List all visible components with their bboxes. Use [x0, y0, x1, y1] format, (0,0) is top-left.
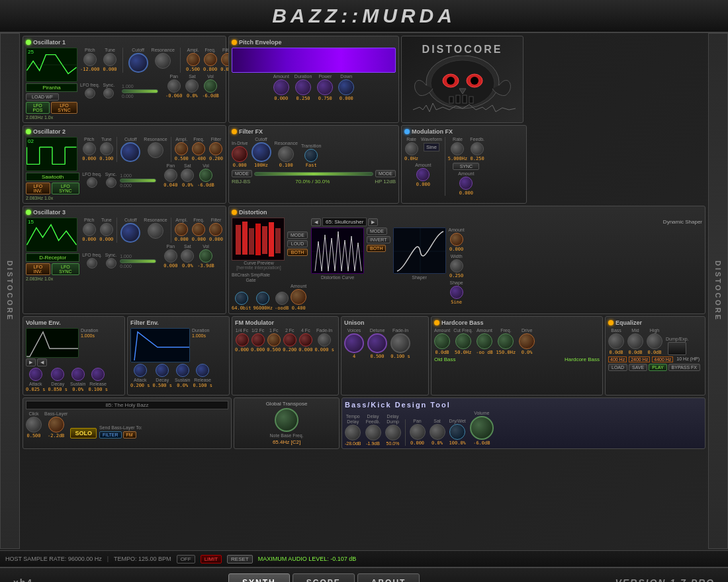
hc-drive-knob[interactable]: [519, 333, 535, 349]
dist-mode2-btn[interactable]: MODE: [367, 228, 387, 235]
dist-prev-btn[interactable]: ◀: [311, 218, 321, 226]
vol-attack-knob[interactable]: [29, 368, 42, 381]
mod-fx-led[interactable]: [404, 129, 410, 134]
osc1-load-wf-btn[interactable]: LOAD WF: [26, 93, 59, 101]
osc2-cutoff-knob[interactable]: [120, 142, 140, 162]
osc2-lfo-sync-btn[interactable]: LFO SYNC: [52, 183, 80, 194]
bk-delayfeedb-knob[interactable]: [365, 425, 381, 440]
mod-rate1-knob[interactable]: [405, 142, 418, 155]
osc3-lfo-sync-btn[interactable]: LFO SYNC: [52, 263, 80, 275]
fm-fc2-knob[interactable]: [283, 333, 296, 347]
bk-delaydump-knob[interactable]: [385, 425, 401, 440]
dist-bitcrash-knob[interactable]: [235, 292, 248, 305]
reset-btn[interactable]: RESET: [227, 555, 253, 563]
dist-gate-knob[interactable]: [275, 292, 289, 305]
osc3-lfo-inv-btn[interactable]: LFO INV.: [26, 263, 50, 275]
dist-smprate-knob[interactable]: [256, 292, 269, 305]
mod-amount1-knob[interactable]: [416, 168, 430, 181]
eq-led[interactable]: [608, 320, 614, 325]
pitch-down-knob[interactable]: [338, 79, 354, 95]
osc2-sync-knob[interactable]: [106, 177, 116, 188]
pitch-power-knob[interactable]: [317, 79, 333, 95]
dist-mode-btn[interactable]: MODE: [287, 231, 308, 239]
hc-freq-knob[interactable]: [498, 333, 514, 349]
dist-invert-btn[interactable]: INVERT: [367, 236, 390, 243]
fm-fc14-knob[interactable]: [236, 333, 249, 347]
limit-btn[interactable]: LIMIT: [201, 555, 222, 563]
vol-decay-knob[interactable]: [51, 368, 64, 381]
osc2-pitch-knob[interactable]: [83, 142, 96, 155]
osc3-ampl-knob[interactable]: [175, 223, 188, 236]
osc2-filter-knob[interactable]: [209, 142, 222, 155]
dist-width-knob[interactable]: [450, 259, 463, 272]
osc3-pan-knob[interactable]: [164, 249, 177, 263]
osc3-vol-knob[interactable]: [199, 249, 212, 263]
osc2-lfo-inv-btn[interactable]: LFO INV.: [26, 183, 50, 194]
osc1-ampl-knob[interactable]: [187, 53, 200, 66]
filter-cutoff-knob[interactable]: [251, 142, 271, 162]
osc2-tune-knob[interactable]: [100, 142, 113, 155]
mod-sync-btn[interactable]: SYNC: [453, 163, 479, 170]
osc2-resonance-knob[interactable]: [148, 142, 163, 158]
bk-tempodelay-knob[interactable]: [345, 425, 361, 440]
filter-mode2-btn[interactable]: MODE: [375, 170, 396, 177]
osc1-freq-knob[interactable]: [204, 53, 217, 66]
bk-filter-btn[interactable]: FILTER: [99, 431, 122, 438]
osc1-pan-knob[interactable]: [167, 79, 181, 93]
osc2-led[interactable]: [26, 129, 31, 134]
dist-amount2-knob[interactable]: [450, 233, 463, 246]
osc1-vol-knob[interactable]: [204, 79, 217, 93]
vol-env-arrow-right[interactable]: ▶: [26, 358, 36, 366]
hc-cutfreq-knob[interactable]: [455, 333, 471, 349]
vol-release-knob[interactable]: [91, 368, 105, 381]
vol-sustain-knob[interactable]: [71, 368, 85, 381]
eq-save-btn[interactable]: SAVE: [629, 364, 647, 371]
filter-indrive-knob[interactable]: [232, 146, 248, 162]
filt-release-knob[interactable]: [196, 364, 209, 377]
vol-env-arrow-left[interactable]: ◀: [37, 358, 47, 366]
osc1-pitch-knob[interactable]: [83, 53, 97, 66]
bk-solo-btn[interactable]: SOLO: [70, 428, 97, 438]
osc1-resonance-knob[interactable]: [155, 53, 171, 69]
bk-basslayer-knob[interactable]: [48, 417, 64, 433]
osc3-pitch-knob[interactable]: [83, 223, 96, 236]
osc1-lfo-sync-btn[interactable]: LFO SYNC: [51, 102, 77, 114]
bk-fm-btn[interactable]: FM: [123, 431, 136, 438]
dist-both-btn[interactable]: BOTH: [287, 249, 308, 256]
hc-amount-knob[interactable]: [434, 333, 450, 349]
hc-amount2-knob[interactable]: [477, 333, 492, 349]
osc3-cutoff-knob[interactable]: [120, 223, 140, 243]
dist-shape-knob[interactable]: [450, 286, 463, 299]
mod-amount2-knob[interactable]: [459, 177, 473, 190]
osc3-tune-knob[interactable]: [100, 223, 113, 236]
eq-play-btn[interactable]: PLAY: [649, 364, 666, 371]
osc1-sync-knob[interactable]: [103, 88, 114, 99]
osc2-sat-knob[interactable]: [181, 169, 194, 182]
global-transpose-knob[interactable]: [275, 408, 298, 432]
osc3-led[interactable]: [26, 210, 31, 215]
osc1-lfofreq-knob[interactable]: [85, 88, 95, 99]
filter-resonance-knob[interactable]: [278, 146, 294, 162]
osc1-cutoff-knob[interactable]: [128, 53, 148, 73]
unison-fadein-knob[interactable]: [390, 333, 410, 353]
osc1-tune-knob[interactable]: [103, 53, 116, 66]
osc3-freq-knob[interactable]: [192, 223, 205, 236]
osc3-filter-knob[interactable]: [209, 223, 222, 236]
osc3-lfofreq-knob[interactable]: [87, 258, 97, 269]
fm-fc12-knob[interactable]: [251, 333, 265, 347]
pitch-amount-knob[interactable]: [273, 79, 289, 95]
filter-mode1-btn[interactable]: MODE: [232, 170, 252, 177]
fm-fadein-knob[interactable]: [318, 333, 331, 347]
osc3-sat-knob[interactable]: [181, 249, 194, 263]
fm-fc1-knob[interactable]: [267, 333, 281, 347]
unison-detune-knob[interactable]: [367, 333, 387, 353]
bk-sat-knob[interactable]: [430, 424, 445, 440]
filter-transition-knob[interactable]: [304, 149, 318, 162]
hc-bass-led[interactable]: [434, 320, 439, 325]
mod-feedb-knob[interactable]: [471, 142, 484, 155]
filter-slider[interactable]: [254, 172, 373, 176]
osc3-sync-knob[interactable]: [106, 258, 116, 269]
dist-loud-btn[interactable]: LOUD: [287, 240, 308, 247]
scope-tab[interactable]: SCOPE: [293, 573, 355, 583]
pitch-env-led[interactable]: [232, 40, 237, 45]
